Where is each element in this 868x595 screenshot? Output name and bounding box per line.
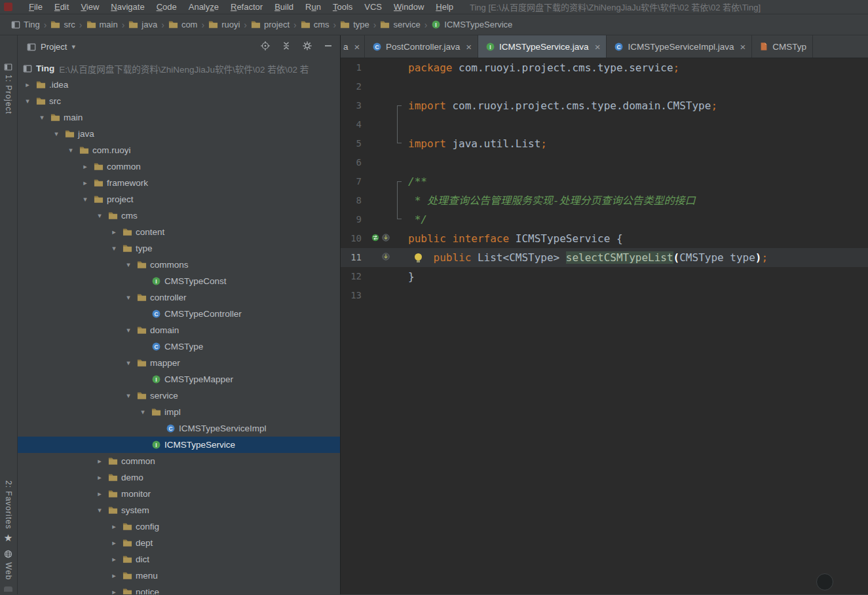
tab-CMSTyp[interactable]: CMSTyp: [752, 35, 813, 58]
editor-body[interactable]: 12345678910111213 package com.ruoyi.proj…: [341, 58, 868, 594]
chevron-right-icon[interactable]: ▸: [79, 162, 92, 171]
tree-item-ICMSTypeServiceImpl[interactable]: CICMSTypeServiceImpl: [18, 420, 340, 437]
chevron-down-icon[interactable]: ▾: [50, 130, 63, 138]
menu-navigate[interactable]: Navigate: [105, 1, 150, 13]
code-line-10[interactable]: public interface ICMSTypeService {: [406, 229, 868, 248]
code-line-7[interactable]: /**: [406, 172, 868, 191]
code-line-3[interactable]: import com.ruoyi.project.cms.type.domain…: [406, 96, 868, 115]
menu-refactor[interactable]: Refactor: [225, 1, 269, 13]
chevron-right-icon[interactable]: ▸: [107, 571, 121, 580]
tree-item-system[interactable]: ▾system: [18, 502, 340, 518]
locate-button[interactable]: [260, 41, 271, 53]
chevron-right-icon[interactable]: ▸: [107, 588, 121, 594]
chevron-down-icon[interactable]: ▾: [71, 43, 75, 51]
code-line-8[interactable]: * 处理查询公告管理服务实现-处理分页查询公告类型的接口: [406, 191, 868, 210]
code-line-13[interactable]: [406, 286, 868, 305]
close-icon[interactable]: ×: [595, 41, 601, 52]
tab-a[interactable]: a×: [341, 35, 365, 58]
breadcrumb-item-service[interactable]: service: [377, 20, 423, 29]
chevron-right-icon[interactable]: ▸: [107, 539, 121, 547]
menu-window[interactable]: Window: [388, 1, 430, 13]
menu-analyze[interactable]: Analyze: [183, 1, 225, 13]
scroll-indicator[interactable]: [816, 573, 833, 590]
code-line-4[interactable]: [406, 115, 868, 134]
menu-help[interactable]: Help: [430, 1, 459, 13]
code-area[interactable]: package com.ruoyi.project.cms.type.servi…: [406, 58, 868, 594]
chevron-down-icon[interactable]: ▾: [122, 359, 135, 367]
hide-button[interactable]: [323, 41, 333, 53]
tree-item-framework[interactable]: ▸framework: [18, 175, 340, 191]
chevron-right-icon[interactable]: ▸: [79, 179, 92, 187]
chevron-down-icon[interactable]: ▾: [64, 146, 77, 154]
chevron-right-icon[interactable]: ▸: [107, 522, 121, 531]
chevron-down-icon[interactable]: ▾: [122, 293, 135, 302]
breadcrumb-item-Ting[interactable]: Ting: [8, 20, 43, 29]
menu-file[interactable]: File: [23, 1, 48, 13]
code-line-6[interactable]: [406, 153, 868, 172]
chevron-down-icon[interactable]: ▾: [136, 408, 149, 416]
breadcrumb-item-java[interactable]: java: [125, 20, 160, 29]
close-icon[interactable]: ×: [466, 41, 472, 52]
menu-run[interactable]: Run: [299, 1, 327, 13]
toolwindow-button-2-favorites[interactable]: 2: Favorites★: [4, 480, 13, 543]
chevron-down-icon[interactable]: ▾: [122, 326, 135, 334]
code-line-9[interactable]: */: [406, 210, 868, 229]
tree-item-CMSType[interactable]: CCMSType: [18, 338, 340, 355]
toolwindow-button-1-project[interactable]: 1: Project: [4, 63, 13, 115]
chevron-down-icon[interactable]: ▾: [122, 391, 135, 400]
chevron-down-icon[interactable]: ▾: [93, 506, 106, 514]
code-line-12[interactable]: }: [406, 267, 868, 286]
tree-item-main[interactable]: ▾main: [18, 109, 340, 126]
close-icon[interactable]: ×: [354, 41, 360, 52]
chevron-right-icon[interactable]: ▸: [21, 81, 34, 89]
toolwindow-button-web[interactable]: Web: [3, 549, 13, 580]
breadcrumb-item-src[interactable]: src: [47, 20, 78, 29]
menu-build[interactable]: Build: [269, 1, 299, 13]
tree-item-dept[interactable]: ▸dept: [18, 535, 340, 551]
tree-item-CMSTypeMapper[interactable]: ICMSTypeMapper: [18, 371, 340, 388]
tree-item-mapper[interactable]: ▾mapper: [18, 355, 340, 371]
tree-item-com.ruoyi[interactable]: ▾com.ruoyi: [18, 142, 340, 158]
code-line-5[interactable]: import java.util.List;: [406, 134, 868, 153]
breadcrumb-item-ICMSTypeService[interactable]: IICMSTypeService: [428, 20, 516, 29]
tree-item-.idea[interactable]: ▸.idea: [18, 77, 340, 93]
tree-item-notice[interactable]: ▸notice: [18, 584, 340, 594]
chevron-right-icon[interactable]: ▸: [107, 228, 121, 236]
tree-item-CMSTypeController[interactable]: CCMSTypeController: [18, 306, 340, 322]
menu-vcs[interactable]: VCS: [358, 1, 388, 13]
tree-item-type[interactable]: ▾type: [18, 240, 340, 257]
tab-ICMSTypeService.java[interactable]: IICMSTypeService.java×: [478, 35, 607, 58]
tree-item-src[interactable]: ▾src: [18, 93, 340, 109]
tab-PostController.java[interactable]: CPostController.java×: [365, 35, 478, 58]
tree-item-project[interactable]: ▾project: [18, 191, 340, 207]
chevron-right-icon[interactable]: ▸: [93, 457, 106, 465]
intention-bulb-icon[interactable]: [415, 253, 422, 261]
pane-title[interactable]: Project: [41, 42, 67, 52]
tree-item-ICMSTypeService[interactable]: IICMSTypeService: [18, 437, 340, 453]
gear-button[interactable]: [302, 41, 312, 53]
chevron-down-icon[interactable]: ▾: [79, 195, 92, 204]
tree-item-common[interactable]: ▸common: [18, 453, 340, 469]
menu-tools[interactable]: Tools: [327, 1, 358, 13]
tree-item-content[interactable]: ▸content: [18, 224, 340, 240]
app-icon[interactable]: [4, 3, 12, 11]
tree-item-impl[interactable]: ▾impl: [18, 404, 340, 420]
menu-view[interactable]: View: [75, 1, 105, 13]
tree-item-config[interactable]: ▸config: [18, 518, 340, 535]
tree-item-java[interactable]: ▾java: [18, 126, 340, 142]
menu-edit[interactable]: Edit: [48, 1, 75, 13]
tree-item-commons[interactable]: ▾commons: [18, 257, 340, 273]
tree-item-demo[interactable]: ▸demo: [18, 469, 340, 486]
tree-item-controller[interactable]: ▾controller: [18, 289, 340, 306]
tree-item-menu[interactable]: ▸menu: [18, 568, 340, 584]
breadcrumb-item-cms[interactable]: cms: [297, 20, 333, 29]
code-line-1[interactable]: package com.ruoyi.project.cms.type.servi…: [406, 58, 868, 77]
code-line-2[interactable]: [406, 77, 868, 96]
chevron-right-icon[interactable]: ▸: [107, 555, 121, 564]
tree-item-Ting[interactable]: TingE:\从百度网盘下载的资料\ZhiNengJiaJu软件\软件\02 若…: [18, 60, 340, 77]
collapse-all-button[interactable]: [281, 41, 292, 53]
menu-code[interactable]: Code: [151, 1, 183, 13]
tree-item-CMSTypeConst[interactable]: ICMSTypeConst: [18, 273, 340, 289]
tree-item-service[interactable]: ▾service: [18, 388, 340, 404]
breadcrumb-item-com[interactable]: com: [165, 20, 201, 29]
